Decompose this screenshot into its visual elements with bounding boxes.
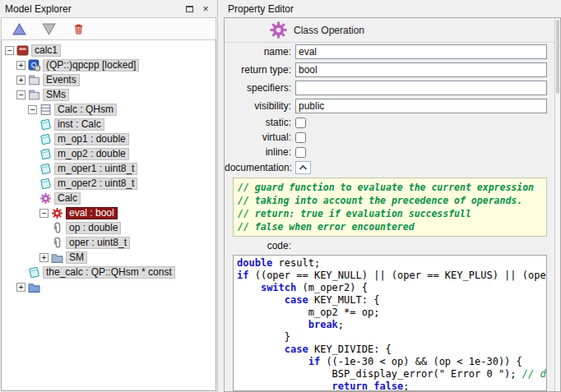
tree-item-m-oper2-uint8-t[interactable]: m_oper2 : uint8_t bbox=[2, 176, 216, 191]
trash-icon bbox=[72, 23, 86, 35]
tree-item-label: m_oper1 : uint8_t bbox=[54, 163, 137, 175]
property-form: Class Operation name: return type: speci… bbox=[225, 18, 554, 391]
property-editor-panel: Property Editor Class Operation name: bbox=[223, 0, 561, 392]
inline-checkbox[interactable] bbox=[295, 147, 306, 158]
code-line: m_op2 *= op; bbox=[237, 307, 543, 319]
name-label: name: bbox=[225, 46, 295, 58]
model-explorer-toolbar bbox=[1, 17, 216, 40]
package-icon bbox=[28, 89, 40, 101]
float-panel-button[interactable] bbox=[183, 2, 196, 15]
virtual-checkbox[interactable] bbox=[295, 132, 306, 143]
form-scrollbar[interactable] bbox=[554, 18, 560, 391]
tree-item-events[interactable]: +Events bbox=[2, 72, 216, 87]
tree-item-label: m_oper2 : uint8_t bbox=[54, 178, 137, 190]
collapse-icon[interactable]: − bbox=[39, 209, 49, 218]
tree-item-label: inst : Calc bbox=[54, 118, 104, 131]
virtual-row: virtual: bbox=[225, 131, 547, 144]
folder-sm-icon bbox=[51, 251, 63, 264]
tree-item-label: oper : uint8_t bbox=[66, 237, 130, 249]
specifiers-row: specifiers: bbox=[225, 81, 547, 95]
expand-icon[interactable]: + bbox=[16, 76, 26, 85]
tree-item-the-calc-qp-qhsm-const[interactable]: the_calc : QP::QHsm * const bbox=[2, 265, 216, 279]
param-icon bbox=[51, 237, 63, 249]
code-row: code: bbox=[225, 240, 547, 251]
tree-item-eval-bool[interactable]: −eval : bool bbox=[2, 205, 216, 220]
code-line: } bbox=[237, 331, 543, 344]
code-line: case KEY_MULT: { bbox=[237, 294, 543, 307]
name-row: name: bbox=[225, 44, 547, 59]
documentation-line: // guard function to evaluate the curren… bbox=[238, 181, 542, 194]
code-line: BSP_display_error(" Error 0 "); // divid… bbox=[237, 368, 543, 380]
return-type-row: return type: bbox=[225, 62, 547, 77]
tree-item-label: op : double bbox=[66, 222, 121, 234]
tree-item-label: SM bbox=[66, 251, 87, 264]
model-explorer-title: Model Explorer bbox=[5, 3, 72, 15]
package-icon bbox=[28, 74, 40, 86]
tree-item-label: m_op2 : double bbox=[54, 148, 129, 160]
virtual-label: virtual: bbox=[225, 131, 295, 143]
model-icon bbox=[16, 44, 29, 57]
tree-item-label: m_op1 : double bbox=[54, 133, 129, 145]
property-editor-view: Class Operation name: return type: speci… bbox=[224, 17, 561, 392]
tree-item-folder[interactable]: + bbox=[2, 279, 216, 294]
documentation-area[interactable]: // guard function to evaluate the curren… bbox=[233, 178, 547, 237]
expand-icon[interactable]: + bbox=[16, 283, 26, 292]
operation-red-icon bbox=[51, 207, 63, 219]
tree-item-calc-qhsm[interactable]: −Calc : QHsm bbox=[2, 102, 216, 117]
return-type-input[interactable] bbox=[295, 62, 547, 77]
code-area[interactable]: double result;if ((oper == KEY_NULL) || … bbox=[233, 255, 547, 391]
tree-item-label: calc1 bbox=[31, 44, 61, 57]
delete-button[interactable] bbox=[69, 21, 87, 37]
tree-item-op-double[interactable]: op : double bbox=[2, 220, 216, 235]
tree-item-sms[interactable]: −SMs bbox=[2, 87, 216, 102]
collapse-icon[interactable]: − bbox=[16, 90, 26, 99]
tree-item-calc[interactable]: Calc bbox=[2, 191, 216, 205]
tree-item-calc1[interactable]: −calc1 bbox=[2, 43, 216, 58]
close-panel-button[interactable]: × bbox=[199, 2, 212, 15]
model-tree: −calc1+Q(QP::)qpcpp [locked]+Events−SMs−… bbox=[1, 40, 216, 391]
tree-item-m-oper1-uint8-t[interactable]: m_oper1 : uint8_t bbox=[2, 161, 216, 176]
move-down-button[interactable] bbox=[39, 21, 58, 37]
tree-item-qp-qpcpp-locked[interactable]: +Q(QP::)qpcpp [locked] bbox=[2, 58, 216, 72]
static-checkbox[interactable] bbox=[295, 118, 306, 128]
tree-item-label: Calc : QHsm bbox=[54, 104, 117, 116]
tree-item-oper-uint8-t[interactable]: oper : uint8_t bbox=[2, 235, 216, 250]
tree-item-inst-calc[interactable]: inst : Calc bbox=[2, 117, 216, 131]
code-line: if ((-1e-30 < op) && (op < 1e-30)) { bbox=[237, 356, 543, 368]
param-icon bbox=[51, 222, 63, 234]
code-line: break; bbox=[237, 319, 543, 331]
visibility-input[interactable] bbox=[295, 99, 547, 113]
model-explorer-titlebar: Model Explorer × bbox=[0, 0, 217, 17]
form-scrollbar-thumb[interactable] bbox=[556, 20, 559, 94]
tree-item-sm[interactable]: +SM bbox=[2, 250, 216, 265]
move-up-button[interactable] bbox=[10, 21, 28, 37]
collapse-documentation-button[interactable] bbox=[295, 161, 311, 174]
documentation-line: // false when error encountered bbox=[238, 220, 542, 233]
class-icon bbox=[39, 104, 52, 116]
visibility-label: visibility: bbox=[225, 100, 295, 112]
visibility-row: visibility: bbox=[225, 99, 547, 113]
collapse-icon[interactable]: − bbox=[28, 105, 37, 114]
expand-icon[interactable]: + bbox=[16, 61, 26, 70]
attribute-icon bbox=[39, 148, 52, 160]
chevron-up-icon bbox=[299, 164, 308, 171]
tree-item-m-op2-double[interactable]: m_op2 : double bbox=[2, 146, 216, 161]
specifiers-input[interactable] bbox=[295, 81, 547, 95]
property-editor-title: Property Editor bbox=[228, 3, 294, 15]
code-line: case KEY_DIVIDE: { bbox=[237, 344, 543, 356]
tree-item-label: SMs bbox=[43, 89, 69, 101]
class-operation-gear-icon bbox=[269, 21, 288, 39]
static-label: static: bbox=[225, 117, 295, 128]
tree-item-m-op1-double[interactable]: m_op1 : double bbox=[2, 131, 216, 146]
attribute-icon bbox=[39, 178, 52, 190]
name-input[interactable] bbox=[295, 44, 547, 59]
documentation-row: documentation: bbox=[225, 161, 547, 174]
attribute-icon bbox=[39, 163, 52, 175]
qpcpp-icon: Q bbox=[28, 59, 40, 71]
return-type-label: return type: bbox=[225, 64, 295, 76]
collapse-icon[interactable]: − bbox=[5, 46, 14, 55]
folder-icon bbox=[28, 281, 40, 293]
expand-icon[interactable]: + bbox=[39, 253, 49, 262]
inline-row: inline: bbox=[225, 145, 547, 159]
inline-label: inline: bbox=[225, 146, 295, 158]
